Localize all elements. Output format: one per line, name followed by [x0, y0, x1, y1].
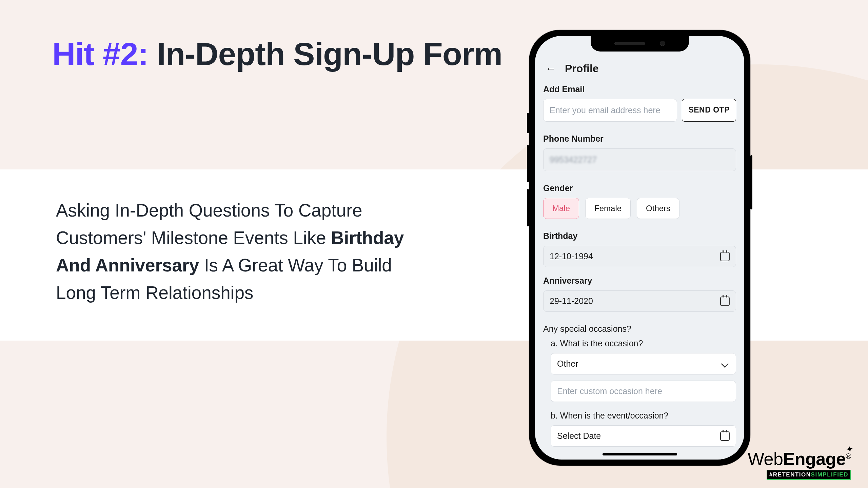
brand-wordmark: WebEngage✦®: [748, 449, 851, 469]
phone-value: 9953422727: [550, 155, 597, 164]
phone-label: Phone Number: [543, 134, 736, 144]
anniversary-label: Anniversary: [543, 276, 736, 286]
gender-chip-others[interactable]: Others: [637, 198, 679, 219]
brand-tagline: #RETENTIONSIMPLIFIED: [767, 470, 851, 480]
occasion-select[interactable]: Other: [551, 353, 736, 374]
gender-section: Gender Male Female Others: [543, 183, 736, 219]
headline-accent: Hit #2:: [52, 36, 148, 72]
calendar-icon: [720, 297, 730, 306]
special-label: Any special occasions?: [543, 324, 736, 334]
phone-screen: ← Profile Add Email Enter you email addr…: [535, 36, 744, 460]
slide-headline: Hit #2: In-Depth Sign-Up Form: [52, 36, 502, 73]
tag-simplified: SIMPLIFIED: [811, 471, 848, 478]
calendar-icon: [720, 431, 730, 441]
headline-main: In-Depth Sign-Up Form: [148, 36, 502, 72]
tag-hash: #RETENTION: [769, 471, 811, 478]
email-section: Add Email Enter you email address here S…: [543, 84, 736, 122]
calendar-icon: [720, 252, 730, 261]
home-indicator: [603, 453, 677, 455]
brand-logo: WebEngage✦® #RETENTIONSIMPLIFIED: [748, 449, 851, 480]
speaker-grille: [614, 42, 645, 45]
phone-side-button: [750, 155, 752, 209]
brand-web: Web: [748, 449, 783, 469]
front-camera: [660, 41, 665, 46]
bird-icon: ✦: [845, 443, 854, 455]
gender-label: Gender: [543, 183, 736, 193]
anniversary-section: Anniversary 29-11-2020: [543, 276, 736, 312]
question-b: b. When is the event/occasion?: [551, 411, 736, 421]
page-title: Profile: [565, 62, 599, 75]
app-topbar: ← Profile: [535, 56, 744, 84]
birthday-value: 12-10-1994: [550, 251, 593, 261]
birthday-label: Birthday: [543, 231, 736, 241]
phone-side-button: [527, 145, 529, 182]
form-content: Add Email Enter you email address here S…: [535, 84, 744, 447]
phone-input[interactable]: 9953422727: [543, 148, 736, 171]
phone-side-button: [527, 113, 529, 133]
occasion-value: Other: [557, 359, 578, 369]
birthday-section: Birthday 12-10-1994: [543, 231, 736, 267]
send-otp-button[interactable]: SEND OTP: [682, 99, 736, 122]
phone-section: Phone Number 9953422727: [543, 134, 736, 171]
email-label: Add Email: [543, 84, 736, 94]
phone-notch: [591, 36, 689, 52]
brand-engage: Engage: [783, 449, 846, 469]
phone-side-button: [527, 189, 529, 226]
anniversary-value: 29-11-2020: [550, 296, 593, 306]
gender-chip-male[interactable]: Male: [543, 198, 579, 219]
email-input[interactable]: Enter you email address here: [543, 99, 677, 122]
question-a: a. What is the occasion?: [551, 339, 736, 348]
back-arrow-icon[interactable]: ←: [545, 62, 556, 75]
custom-occasion-input[interactable]: Enter custom occasion here: [551, 381, 736, 402]
event-date-select[interactable]: Select Date: [551, 425, 736, 447]
custom-occasion-placeholder: Enter custom occasion here: [557, 386, 662, 396]
slide: Hit #2: In-Depth Sign-Up Form Asking In-…: [0, 0, 868, 488]
anniversary-input[interactable]: 29-11-2020: [543, 290, 736, 312]
slide-body: Asking In-Depth Questions To Capture Cus…: [56, 197, 427, 306]
gender-chip-female[interactable]: Female: [585, 198, 631, 219]
birthday-input[interactable]: 12-10-1994: [543, 246, 736, 267]
select-date-placeholder: Select Date: [557, 431, 601, 441]
special-section: Any special occasions? a. What is the oc…: [543, 324, 736, 447]
chevron-down-icon: [721, 360, 729, 368]
phone-mockup: ← Profile Add Email Enter you email addr…: [529, 30, 750, 466]
body-before: Asking In-Depth Questions To Capture Cus…: [56, 200, 362, 248]
